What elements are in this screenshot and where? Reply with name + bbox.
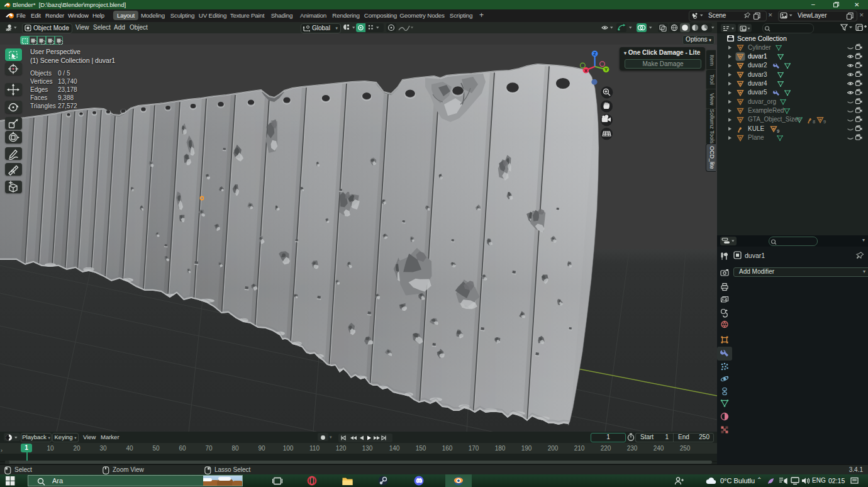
svg-text:Y: Y bbox=[604, 67, 608, 72]
svg-text:X: X bbox=[584, 68, 587, 74]
svg-text:Z: Z bbox=[593, 51, 596, 57]
